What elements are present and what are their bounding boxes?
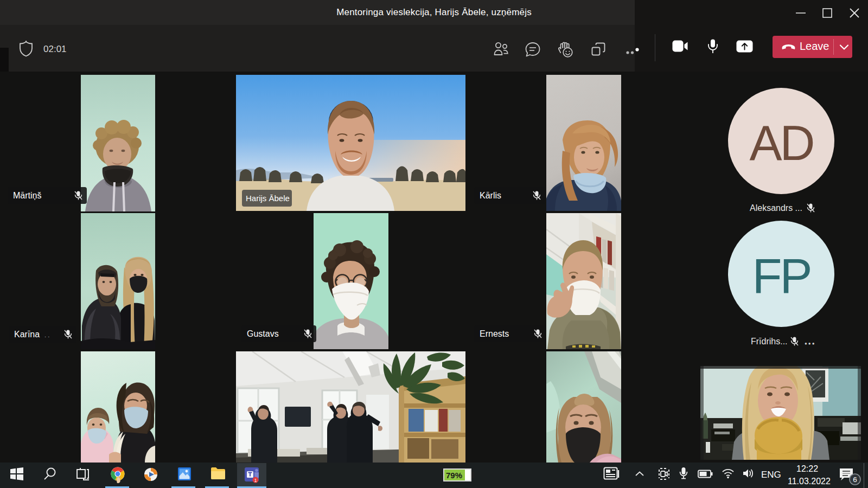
svg-text:1: 1 [254, 478, 257, 483]
svg-text:6: 6 [853, 476, 857, 484]
